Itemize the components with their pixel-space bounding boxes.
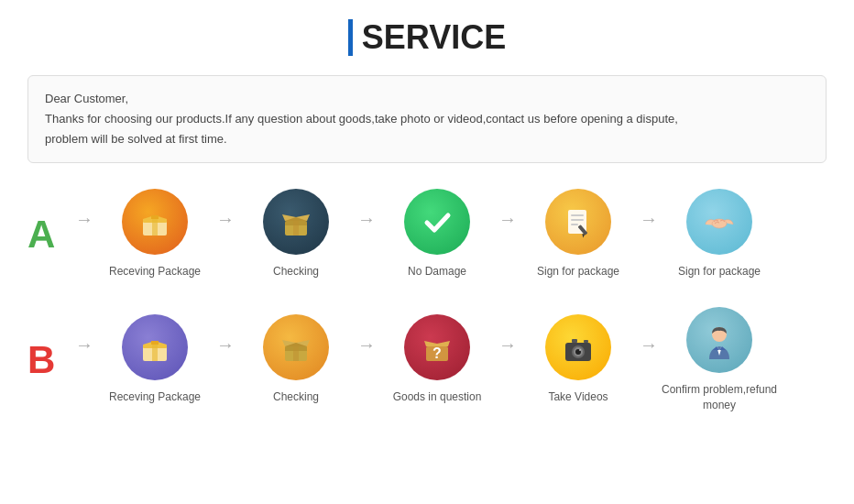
icon-b3-question: ? (404, 314, 470, 380)
arrow-b3: → (498, 334, 517, 356)
label-a3: No Damage (408, 264, 466, 279)
step-b3: ? Goods in question (378, 314, 497, 405)
icon-a2-package-dark (263, 189, 329, 255)
label-a1: Receving Package (109, 264, 201, 279)
arrow-a2: → (357, 209, 376, 230)
label-b3: Goods in question (393, 389, 482, 405)
arrow-a1: → (216, 209, 235, 230)
svg-point-27 (579, 349, 581, 351)
step-a4: Sign for package (519, 189, 638, 279)
arrow-a3: → (498, 209, 517, 230)
flow-steps-a: → Receving Package → (73, 189, 827, 279)
label-a4: Sign for package (537, 264, 619, 279)
arrow-b0: → (75, 334, 93, 356)
arrow-a0: → (75, 209, 93, 230)
svg-rect-10 (571, 224, 578, 225)
svg-rect-16 (151, 341, 159, 345)
step-b2: Checking (236, 314, 356, 405)
svg-rect-3 (152, 219, 158, 236)
icon-b1-package-purple (122, 314, 188, 380)
step-a5: Sign for package (660, 189, 779, 279)
icon-a5-handshake (686, 189, 752, 255)
svg-rect-20 (293, 346, 299, 361)
label-a2: Checking (273, 264, 319, 279)
label-a5: Sign for package (678, 264, 761, 279)
step-a2: Checking (236, 189, 356, 279)
arrow-a4: → (640, 209, 658, 230)
arrow-b4: → (640, 334, 658, 356)
flow-label-a: A (27, 213, 73, 257)
icon-a1-package-orange (122, 189, 188, 255)
svg-rect-29 (584, 340, 588, 343)
step-a3: No Damage (378, 189, 497, 279)
page-title: SERVICE (27, 18, 827, 57)
svg-point-13 (712, 219, 727, 228)
notice-line2: Thanks for choosing our products.If any … (45, 109, 809, 129)
svg-text:?: ? (432, 345, 442, 361)
notice-box: Dear Customer, Thanks for choosing our p… (27, 75, 827, 163)
label-b5: Confirm problem,refundmoney (662, 382, 777, 413)
notice-line1: Dear Customer, (45, 89, 809, 109)
svg-rect-6 (293, 221, 299, 236)
flow-section-b: B → Receving Package → (27, 307, 827, 413)
arrow-b1: → (216, 334, 235, 356)
flow-label-b: B (27, 338, 73, 382)
icon-b5-person (686, 307, 752, 373)
step-a1: Receving Package (95, 189, 214, 279)
svg-rect-2 (151, 215, 159, 219)
label-b2: Checking (273, 389, 319, 405)
flow-section-a: A → Receving Package → (27, 189, 827, 279)
svg-rect-9 (571, 219, 584, 221)
icon-a4-sign (545, 189, 611, 255)
flow-steps-b: → Receving Package → (73, 307, 827, 413)
svg-rect-17 (152, 345, 158, 361)
icon-a3-checkmark (404, 189, 470, 255)
label-b1: Receving Package (109, 389, 201, 405)
title-accent-bar (348, 19, 353, 56)
icon-b4-camera (545, 314, 611, 380)
arrow-b2: → (357, 334, 376, 356)
svg-rect-28 (572, 339, 577, 343)
title-text: SERVICE (362, 18, 506, 57)
step-b4: Take Videos (519, 314, 638, 405)
label-b4: Take Videos (548, 389, 608, 405)
svg-rect-8 (571, 214, 584, 216)
icon-b2-package-orange (263, 314, 329, 380)
step-b5: Confirm problem,refundmoney (660, 307, 779, 413)
notice-line3: problem will be solved at first time. (45, 129, 809, 149)
step-b1: Receving Package (95, 314, 214, 405)
